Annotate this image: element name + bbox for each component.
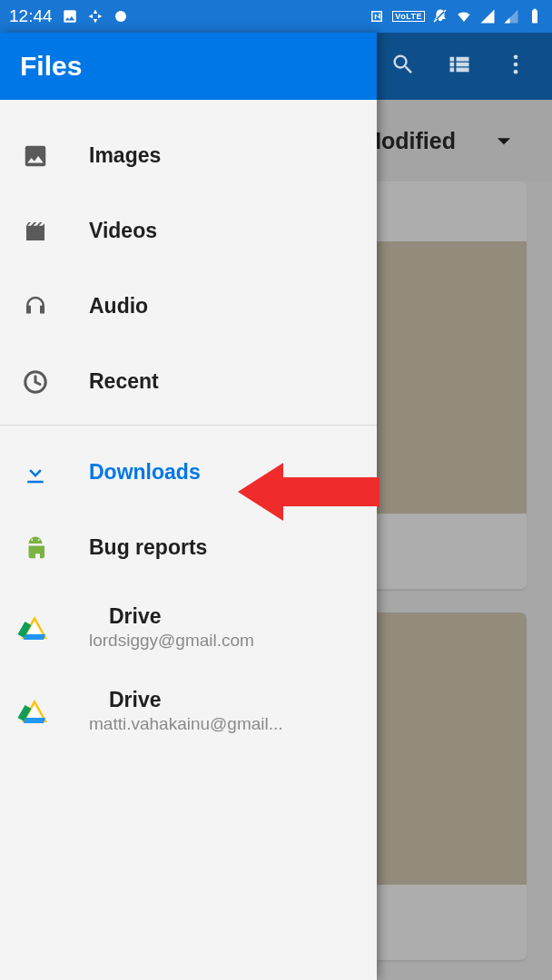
photos-icon — [87, 8, 104, 24]
drawer-item-audio[interactable]: Audio — [0, 269, 377, 344]
drawer-item-label: Drive — [109, 688, 283, 712]
image-icon — [62, 8, 78, 24]
status-time: 12:44 — [9, 6, 53, 26]
status-bar: 12:44 VoLTE x — [0, 0, 552, 33]
svg-point-2 — [514, 55, 518, 60]
drawer-item-label: Downloads — [89, 460, 201, 485]
drawer-item-images[interactable]: Images — [0, 118, 377, 193]
video-icon — [22, 218, 69, 245]
more-icon[interactable] — [503, 52, 528, 81]
drawer-item-label: Images — [89, 143, 161, 168]
drawer-item-drive-2[interactable]: Drive matti.vahakainu@gmail... — [0, 669, 377, 752]
drawer-title: Files — [0, 33, 377, 100]
download-icon — [22, 459, 69, 486]
svg-point-3 — [514, 63, 518, 67]
svg-text:x: x — [468, 10, 471, 15]
drawer-item-label: Audio — [89, 294, 148, 318]
clock-icon — [22, 368, 69, 396]
battery-icon — [527, 8, 543, 24]
drawer-item-label: Bug reports — [89, 535, 207, 560]
drawer-item-drive-1[interactable]: Drive lordsiggy@gmail.com — [0, 585, 377, 669]
headphones-icon — [22, 293, 69, 320]
signal-icon — [479, 8, 496, 24]
drawer-item-subtitle: lordsiggy@gmail.com — [89, 631, 254, 651]
svg-point-0 — [115, 11, 126, 22]
drive-icon — [22, 616, 69, 639]
annotation-arrow — [238, 457, 380, 526]
search-icon[interactable] — [390, 52, 416, 81]
signal-weak-icon — [503, 8, 519, 24]
svg-marker-6 — [238, 463, 380, 521]
circle-icon — [113, 8, 129, 24]
drawer-list: Images Videos Audio Recent Downloads — [0, 100, 377, 752]
drawer-item-recent[interactable]: Recent — [0, 344, 377, 419]
image-icon — [22, 142, 69, 170]
drawer-item-videos[interactable]: Videos — [0, 193, 377, 269]
nfc-icon — [369, 8, 385, 24]
drawer-item-label: Videos — [89, 219, 157, 243]
android-icon — [22, 534, 69, 562]
svg-point-4 — [514, 70, 518, 74]
drawer-item-label: Drive — [109, 604, 254, 629]
divider — [0, 425, 377, 426]
wifi-icon: x — [456, 8, 472, 24]
screen: 12:44 VoLTE x Modified _gdt_downl... — [0, 0, 552, 980]
scrim[interactable] — [377, 100, 552, 980]
mute-icon — [432, 8, 448, 24]
drawer-item-subtitle: matti.vahakainu@gmail... — [89, 714, 283, 734]
volte-icon: VoLTE — [392, 11, 425, 22]
view-list-icon[interactable] — [447, 52, 472, 81]
drawer-item-label: Recent — [89, 369, 159, 394]
drive-icon — [22, 700, 69, 722]
